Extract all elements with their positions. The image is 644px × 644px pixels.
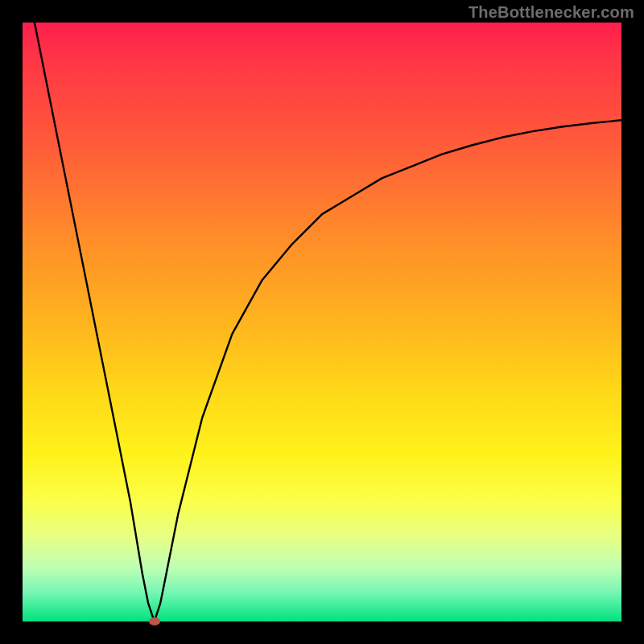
bottleneck-curve-path: [35, 23, 621, 621]
optimal-point-marker: [149, 617, 160, 625]
chart-frame: TheBottlenecker.com: [0, 0, 644, 644]
attribution-text: TheBottlenecker.com: [469, 3, 634, 22]
bottleneck-curve-svg: [23, 23, 621, 621]
